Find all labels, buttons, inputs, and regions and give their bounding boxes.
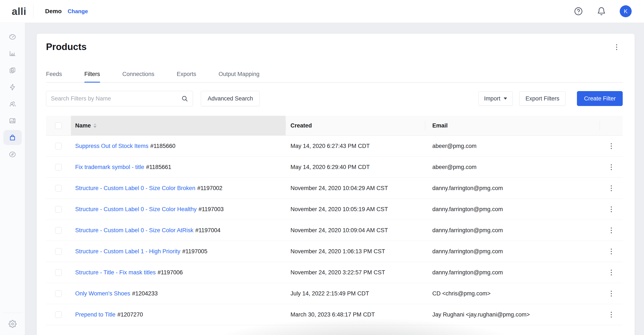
email-cell: abeer@pmg.com [425,164,600,170]
topbar-divider [33,4,34,18]
search-input[interactable] [51,95,181,102]
filter-name-link[interactable]: Structure - Custom Label 0 - Size Color … [75,206,196,213]
created-cell: November 24, 2020 1:06:13 PM CST [286,248,425,255]
tab-output-mapping[interactable]: Output Mapping [218,71,260,82]
table-row: Only Women's Shoes#1204233 July 14, 2022… [46,283,623,304]
filter-name-link[interactable]: Fix trademark symbol - title [75,164,144,170]
sidebar-item-insights[interactable] [4,147,22,162]
creative-icon [8,117,16,125]
tab-exports[interactable]: Exports [177,71,196,82]
toolbar-actions: Import Export Filters Create Filter [478,91,623,106]
notifications-icon[interactable] [597,6,606,16]
sort-asc-icon [94,123,96,125]
automation-icon [8,83,16,91]
filter-name-link[interactable]: Suppress Out of Stock Items [75,143,148,149]
account-name: Demo [45,8,62,15]
column-header-email[interactable]: Email [425,116,600,135]
email-cell: danny.farrington@pmg.com [425,227,600,234]
table-row: Fix trademark symbol - title#1185661 May… [46,157,623,178]
row-checkbox[interactable] [55,311,62,318]
sidebar-item-automation[interactable] [4,80,22,94]
row-menu-button[interactable] [610,163,613,171]
create-filter-button[interactable]: Create Filter [577,91,623,106]
filter-id: #1197005 [182,248,208,255]
row-checkbox[interactable] [55,143,62,149]
email-cell: abeer@pmg.com [425,143,600,149]
row-checkbox[interactable] [55,269,62,276]
email-cell: Jay Rughani <jay.rughani@pmg.com> [425,311,600,318]
filter-name-link[interactable]: Prepend to Title [75,311,116,318]
row-menu-button[interactable] [610,290,613,298]
row-menu-button[interactable] [610,311,613,319]
search-icon[interactable] [181,95,188,102]
sidebar-item-creative[interactable] [4,113,22,128]
filter-id: #1197004 [195,227,220,234]
import-button[interactable]: Import [478,91,513,106]
table-row: Suppress Out of Stock Items#1185660 May … [46,136,623,157]
sort-arrows-icon[interactable] [94,123,96,128]
row-checkbox[interactable] [55,248,62,255]
created-cell: November 24, 2020 10:05:19 AM CST [286,206,425,213]
sidebar-item-tasks[interactable] [4,63,22,78]
tab-feeds[interactable]: Feeds [46,71,62,82]
filter-name-link[interactable]: Structure - Custom Label 0 - Size Color … [75,185,195,192]
row-checkbox[interactable] [55,290,62,297]
advanced-search-button[interactable]: Advanced Search [201,91,260,106]
change-account-link[interactable]: Change [68,8,88,15]
user-avatar[interactable]: K [620,5,632,17]
filter-id: #1197003 [198,206,224,213]
created-cell: May 14, 2020 6:27:43 PM CDT [286,143,425,149]
filter-name-link[interactable]: Structure - Custom Label 1 - High Priori… [75,248,180,255]
filters-table: Name Created Email Suppress Out of Stock… [46,116,623,335]
row-menu-button[interactable] [610,247,613,256]
dashboard-icon [8,33,16,41]
table-row: Structure - Title - Fix mask titles#1197… [46,262,623,283]
export-filters-button[interactable]: Export Filters [519,91,566,106]
row-checkbox[interactable] [55,164,62,170]
filter-id: #1197006 [158,269,183,276]
sidebar-item-products[interactable] [4,130,22,145]
filter-name-link[interactable]: Only Women's Shoes [75,290,130,297]
tasks-icon [8,66,16,74]
row-menu-button[interactable] [610,268,613,277]
table-row: Prepend to Title#1207270 March 30, 2023 … [46,304,623,325]
help-icon[interactable] [574,6,583,16]
audiences-icon [8,100,16,108]
sidebar [0,23,25,335]
products-card: Products Feeds Filters Connections Expor… [37,34,635,335]
row-menu-button[interactable] [610,226,613,235]
created-cell: November 24, 2020 10:04:29 AM CST [286,185,425,192]
sidebar-item-audiences[interactable] [4,96,22,111]
email-cell: danny.farrington@pmg.com [425,206,600,213]
column-header-created[interactable]: Created [286,116,425,135]
sort-desc-icon [94,126,96,128]
row-checkbox[interactable] [55,206,62,213]
row-checkbox[interactable] [55,185,62,192]
column-header-name[interactable]: Name [71,116,286,135]
email-cell: CD <chris@pmg.com> [425,290,600,297]
filter-id: #1197002 [197,185,222,192]
tab-connections[interactable]: Connections [122,71,154,82]
filter-name-link[interactable]: Structure - Custom Label 0 - Size Color … [75,227,193,234]
row-menu-button[interactable] [610,205,613,214]
row-menu-button[interactable] [610,184,613,192]
filter-id: #1185660 [150,143,176,149]
row-checkbox[interactable] [55,227,62,234]
main-content: Products Feeds Filters Connections Expor… [25,23,644,335]
page-menu-button[interactable] [615,43,618,51]
tab-filters[interactable]: Filters [84,71,100,82]
filter-id: #1207270 [117,311,143,318]
filter-name-link[interactable]: Structure - Title - Fix mask titles [75,269,156,276]
chevron-down-icon [504,97,507,100]
table-row-partial [46,325,623,335]
insights-icon [8,150,16,158]
filter-id: #1204233 [132,290,158,297]
filters-toolbar: Advanced Search Import Export Filters Cr… [46,91,623,106]
sidebar-item-settings[interactable] [0,320,25,328]
settings-icon [8,320,16,328]
column-header-actions [600,116,623,135]
sidebar-item-dashboard[interactable] [4,29,22,44]
select-all-checkbox[interactable] [55,122,62,129]
sidebar-item-analytics[interactable] [4,46,22,61]
row-menu-button[interactable] [610,142,613,150]
